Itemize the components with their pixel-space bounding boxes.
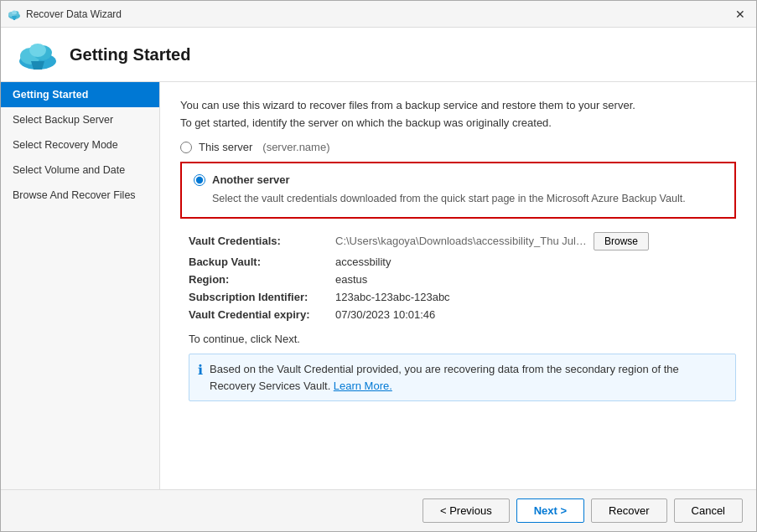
this-server-row: This server (server.name): [180, 141, 736, 153]
browse-button[interactable]: Browse: [594, 232, 649, 251]
expiry-row: Vault Credential expiry: 07/30/2023 10:0…: [189, 308, 736, 321]
region-value: eastus: [335, 273, 736, 286]
expiry-value: 07/30/2023 10:01:46: [335, 308, 736, 321]
page-title: Getting Started: [70, 45, 190, 65]
vault-credentials-row: Vault Credentials: C:\Users\kagoya\Downl…: [189, 232, 736, 251]
this-server-radio[interactable]: [180, 142, 192, 153]
description-2: To get started, identify the server on w…: [180, 116, 736, 129]
server-name-display: (server.name): [262, 141, 329, 153]
another-server-description: Select the vault credentials downloaded …: [212, 191, 723, 207]
sidebar-item-select-backup-server[interactable]: Select Backup Server: [1, 107, 159, 132]
vault-credentials-value: C:\Users\kagoya\Downloads\accessibility_…: [335, 235, 587, 247]
titlebar: Recover Data Wizard ✕: [1, 1, 756, 28]
header-logo-icon: [18, 38, 58, 71]
content-area: Getting Started Select Backup Server Sel…: [1, 82, 756, 489]
sidebar-item-select-volume-and-date[interactable]: Select Volume and Date: [1, 158, 159, 183]
backup-vault-value: accessbility: [335, 256, 736, 268]
learn-more-link[interactable]: Learn More.: [334, 380, 392, 392]
sidebar-item-select-recovery-mode[interactable]: Select Recovery Mode: [1, 132, 159, 158]
wizard-window: Recover Data Wizard ✕ Getting Started Ge…: [0, 0, 757, 532]
footer: < Previous Next > Recover Cancel: [1, 489, 756, 531]
backup-vault-label: Backup Vault:: [189, 256, 335, 268]
next-button[interactable]: Next >: [516, 498, 584, 523]
previous-button[interactable]: < Previous: [423, 498, 510, 523]
description-1: You can use this wizard to recover files…: [180, 99, 736, 111]
this-server-label[interactable]: This server: [199, 141, 252, 153]
svg-point-3: [12, 10, 17, 14]
continue-text: To continue, click Next.: [189, 333, 736, 345]
another-server-radio[interactable]: [194, 174, 205, 186]
app-icon: [8, 8, 21, 21]
another-server-box: Another server Select the vault credenti…: [180, 162, 736, 219]
sidebar-item-browse-and-recover[interactable]: Browse And Recover Files: [1, 183, 159, 208]
header: Getting Started: [1, 28, 756, 82]
region-label: Region:: [189, 273, 335, 286]
vault-credentials-label: Vault Credentials:: [189, 235, 335, 247]
cancel-button[interactable]: Cancel: [674, 498, 743, 523]
another-server-label[interactable]: Another server: [212, 173, 289, 186]
backup-vault-row: Backup Vault: accessbility: [189, 256, 736, 268]
window-title: Recover Data Wizard: [26, 8, 731, 20]
sidebar-item-getting-started[interactable]: Getting Started: [1, 82, 159, 107]
info-message: Based on the Vault Credential provided, …: [210, 361, 727, 395]
expiry-label: Vault Credential expiry:: [189, 308, 335, 321]
credentials-details: Vault Credentials: C:\Users\kagoya\Downl…: [189, 232, 736, 321]
main-panel: You can use this wizard to recover files…: [160, 82, 756, 489]
close-button[interactable]: ✕: [731, 5, 749, 23]
region-row: Region: eastus: [189, 273, 736, 286]
recover-button[interactable]: Recover: [591, 498, 666, 523]
info-icon: ℹ: [198, 362, 203, 378]
info-text-content: Based on the Vault Credential provided, …: [210, 363, 679, 392]
subscription-label: Subscription Identifier:: [189, 291, 335, 303]
subscription-row: Subscription Identifier: 123abc-123abc-1…: [189, 291, 736, 303]
info-box: ℹ Based on the Vault Credential provided…: [189, 354, 736, 402]
sidebar: Getting Started Select Backup Server Sel…: [1, 82, 160, 489]
another-server-radio-row: Another server: [194, 173, 723, 186]
subscription-value: 123abc-123abc-123abc: [335, 291, 736, 303]
svg-point-8: [29, 44, 46, 57]
